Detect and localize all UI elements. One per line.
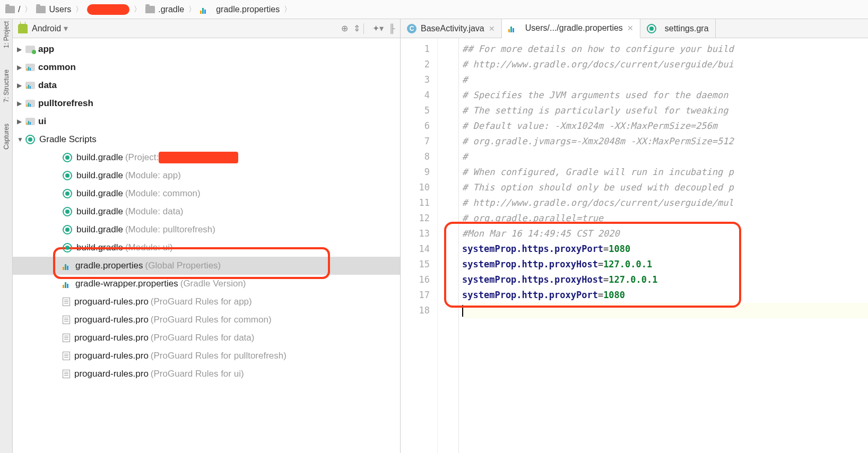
- file-icon: [63, 370, 70, 378]
- line-number: 2: [401, 57, 430, 72]
- breadcrumb-item-file[interactable]: gradle.properties: [198, 5, 282, 14]
- tree-node[interactable]: gradle-wrapper.properties (Gradle Versio…: [13, 275, 400, 293]
- tree-desc: (Module: ui): [125, 242, 173, 253]
- gradle-icon: [647, 24, 656, 33]
- tree-node[interactable]: build.gradle (Module: data): [13, 203, 400, 221]
- gradle-icon: [63, 225, 72, 234]
- line-number: 4: [401, 88, 430, 103]
- expand-arrow-icon[interactable]: ▶: [17, 118, 25, 125]
- expand-arrow-icon[interactable]: ▶: [17, 100, 25, 107]
- gear-icon[interactable]: ✦▾: [372, 23, 384, 33]
- breadcrumb-label: /: [18, 5, 20, 14]
- file-icon: [63, 298, 70, 306]
- tree-label: proguard-rules.pro: [74, 369, 149, 379]
- code-line: # http://www.gradle.org/docs/current/use…: [462, 195, 868, 211]
- properties-icon: [63, 280, 71, 288]
- tree-desc: (ProGuard Rules for common): [151, 315, 272, 325]
- tree-node[interactable]: ▶common: [13, 58, 400, 76]
- tree-label: pulltorefresh: [38, 98, 93, 109]
- line-number: 12: [401, 211, 430, 226]
- file-icon: [63, 334, 70, 342]
- breadcrumb: / 〉 Users 〉 〉 .gradle 〉 gradle.propertie…: [0, 0, 868, 19]
- tree-node[interactable]: ▶data: [13, 76, 400, 94]
- tree-node[interactable]: ▼Gradle Scripts: [13, 130, 400, 149]
- editor-tab[interactable]: CBaseActivity.java✕: [401, 19, 502, 38]
- code-line: # Default value: -Xmx1024m -XX:MaxPermSi…: [462, 118, 868, 134]
- breadcrumb-item-redacted[interactable]: [85, 4, 132, 15]
- code-line: #Mon Mar 16 14:49:45 CST 2020: [462, 226, 868, 241]
- tree-node[interactable]: build.gradle (Module: app): [13, 167, 400, 185]
- chevron-right-icon: 〉: [24, 5, 32, 14]
- project-tree[interactable]: ▶app▶common▶data▶pulltorefresh▶ui▼Gradle…: [13, 38, 400, 453]
- tree-desc: (Module: data): [125, 206, 184, 217]
- breadcrumb-label: gradle.properties: [216, 5, 280, 14]
- breadcrumb-label: .gradle: [158, 5, 184, 14]
- code-line: #: [462, 149, 868, 164]
- expand-arrow-icon[interactable]: ▶: [17, 64, 25, 71]
- editor-tabs: CBaseActivity.java✕Users/.../gradle.prop…: [401, 19, 868, 38]
- tree-label: gradle.properties: [75, 260, 143, 271]
- tree-label: common: [38, 62, 76, 73]
- hide-icon[interactable]: ╟: [389, 24, 395, 33]
- breadcrumb-item-gradle[interactable]: .gradle: [143, 5, 186, 14]
- expand-arrow-icon[interactable]: ▶: [17, 82, 25, 89]
- target-icon[interactable]: ⊕: [341, 23, 348, 33]
- code-line: systemProp.https.proxyPort=1080: [462, 241, 868, 257]
- code-line: # http://www.gradle.org/docs/current/use…: [462, 57, 868, 72]
- sidetab-project[interactable]: 1: Project: [3, 21, 10, 48]
- code-line: systemProp.http.proxyHost=127.0.0.1: [462, 257, 868, 272]
- breadcrumb-item-users[interactable]: Users: [34, 5, 73, 14]
- code-line: # This option should only be used with d…: [462, 180, 868, 195]
- redacted-label: [87, 4, 129, 15]
- tree-label: proguard-rules.pro: [74, 351, 149, 361]
- folder-icon: [145, 6, 155, 13]
- tree-label: build.gradle: [76, 170, 123, 181]
- tree-label: build.gradle: [76, 242, 123, 253]
- sidetab-structure[interactable]: 7: Structure: [3, 69, 10, 102]
- tree-node[interactable]: proguard-rules.pro (ProGuard Rules for p…: [13, 347, 400, 365]
- close-icon[interactable]: ✕: [627, 24, 633, 32]
- tree-node[interactable]: ▶pulltorefresh: [13, 94, 400, 112]
- tree-node[interactable]: build.gradle (Project:: [13, 149, 400, 167]
- chevron-right-icon: 〉: [134, 5, 141, 14]
- tree-label: Gradle Scripts: [39, 134, 97, 145]
- tab-label: settings.gra: [665, 24, 709, 33]
- tree-node[interactable]: build.gradle (Module: ui): [13, 239, 400, 257]
- file-icon: [63, 316, 70, 324]
- editor-margin: [438, 38, 459, 453]
- tree-node[interactable]: proguard-rules.pro (ProGuard Rules for c…: [13, 311, 400, 329]
- project-view-selector[interactable]: Android ▾: [32, 23, 336, 33]
- code-line: # When configured, Gradle will run in in…: [462, 164, 868, 180]
- code-line: #: [462, 72, 868, 88]
- close-icon[interactable]: ✕: [489, 24, 495, 33]
- sidetab-captures[interactable]: Captures: [3, 124, 10, 150]
- code-line: # The setting is particularly useful for…: [462, 103, 868, 118]
- gradle-icon: [63, 189, 72, 198]
- panel-title-label: Android: [32, 24, 61, 33]
- editor-tab[interactable]: Users/.../gradle.properties✕: [502, 19, 640, 38]
- breadcrumb-item-root[interactable]: /: [3, 5, 22, 14]
- tree-node[interactable]: build.gradle (Module: common): [13, 185, 400, 203]
- code-editor[interactable]: 123456789101112131415161718 ## For more …: [401, 38, 868, 453]
- expand-arrow-icon[interactable]: ▼: [17, 136, 25, 143]
- code-line: systemProp.https.proxyHost=127.0.0.1: [462, 272, 868, 288]
- code-area[interactable]: ## For more details on how to configure …: [459, 38, 868, 453]
- code-line: [462, 303, 868, 318]
- expand-arrow-icon[interactable]: ▶: [17, 46, 25, 53]
- tree-node[interactable]: ▶ui: [13, 112, 400, 130]
- tree-node[interactable]: proguard-rules.pro (ProGuard Rules for a…: [13, 293, 400, 311]
- tree-node[interactable]: build.gradle (Module: pulltorefresh): [13, 221, 400, 239]
- chevron-right-icon: 〉: [188, 5, 196, 14]
- tree-node[interactable]: gradle.properties (Global Properties): [13, 257, 400, 275]
- file-icon: [63, 352, 70, 360]
- tree-node[interactable]: proguard-rules.pro (ProGuard Rules for u…: [13, 365, 400, 383]
- tree-node[interactable]: proguard-rules.pro (ProGuard Rules for d…: [13, 329, 400, 347]
- line-number: 11: [401, 195, 430, 211]
- tree-label: build.gradle: [76, 152, 123, 163]
- tree-label: proguard-rules.pro: [74, 297, 149, 307]
- chevron-right-icon: 〉: [75, 5, 83, 14]
- collapse-icon[interactable]: ⇕: [353, 23, 360, 33]
- tree-desc: (Module: app): [125, 170, 181, 181]
- editor-tab[interactable]: settings.gra: [640, 19, 716, 38]
- tree-node[interactable]: ▶app: [13, 40, 400, 58]
